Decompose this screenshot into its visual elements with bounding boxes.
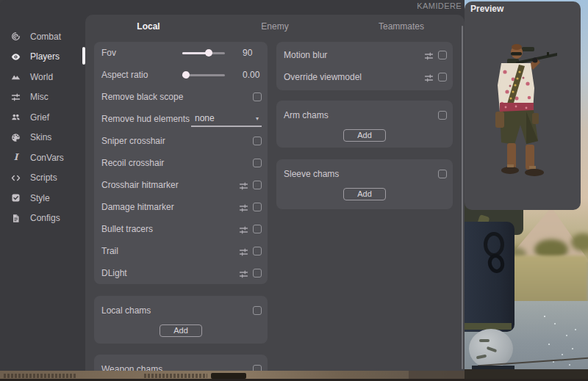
sidebar-item-label: Misc — [30, 92, 49, 102]
motion-blur-checkbox[interactable] — [438, 51, 447, 59]
sidebar-item-scripts[interactable]: Scripts — [0, 168, 85, 189]
blurry-text-smudge — [144, 374, 207, 378]
arm-chams-add-button[interactable]: Add — [343, 129, 386, 142]
scrollbar[interactable] — [462, 26, 463, 369]
weapon-chams-label: Weapon chams — [101, 364, 253, 371]
sidebar: Combat Players World Misc Grief Skins — [0, 26, 85, 228]
trail-checkbox[interactable] — [253, 247, 262, 255]
aspect-ratio-slider-knob[interactable] — [182, 71, 190, 79]
italic-i-icon: I — [11, 153, 21, 162]
setting-label: Crosshair hitmarker — [101, 180, 239, 190]
group-icon — [11, 112, 21, 122]
setting-row-override-viewmodel: Override viewmodel — [276, 66, 453, 88]
sidebar-item-players[interactable]: Players — [0, 47, 85, 68]
brand-name: KAMIDERE — [417, 1, 462, 10]
recoil-crosshair-checkbox[interactable] — [253, 159, 262, 167]
override-viewmodel-checkbox[interactable] — [438, 73, 447, 81]
viewmodel-card: Motion blur Override viewmodel — [276, 42, 453, 90]
dlight-checkbox[interactable] — [253, 269, 262, 277]
code-icon — [11, 173, 21, 183]
setting-row-remove-black-scope: Remove black scope — [94, 86, 268, 108]
sidebar-item-label: Skins — [30, 132, 51, 142]
sidebar-item-convars[interactable]: I ConVars — [0, 148, 85, 168]
setting-row-motion-blur: Motion blur — [276, 44, 453, 66]
sidebar-item-label: Style — [30, 193, 50, 203]
setting-row-remove-hud-elements: Remove hud elements none ▾ — [94, 108, 268, 130]
local-chams-card: Local chams Add — [94, 296, 268, 344]
remove-hud-elements-dropdown[interactable]: none ▾ — [191, 112, 262, 127]
sleeve-chams-checkbox[interactable] — [438, 170, 447, 178]
setting-label: Aspect ratio — [101, 70, 182, 80]
palette-icon — [11, 133, 21, 142]
fov-value: 90 — [234, 48, 262, 58]
setting-label: Bullet tracers — [101, 224, 239, 234]
arm-chams-checkbox[interactable] — [438, 111, 447, 120]
sidebar-item-label: Combat — [30, 32, 61, 42]
preview-panel: Preview — [465, 1, 581, 210]
sidebar-item-misc[interactable]: Misc — [0, 87, 85, 108]
setting-label: Recoil crosshair — [101, 158, 253, 168]
remove-black-scope-checkbox[interactable] — [253, 92, 262, 101]
tab-bar: Local Enemy Teammates — [85, 15, 465, 38]
bullet-tracers-checkbox[interactable] — [253, 225, 262, 233]
setting-label: Sniper crosshair — [101, 136, 253, 146]
damage-hitmarker-checkbox[interactable] — [253, 203, 262, 211]
fov-slider[interactable] — [182, 49, 225, 57]
preview-title: Preview — [470, 4, 503, 14]
aspect-ratio-slider[interactable] — [182, 71, 225, 79]
sidebar-item-label: World — [30, 72, 53, 82]
local-chams-label: Local chams — [101, 305, 253, 316]
tab-enemy[interactable]: Enemy — [212, 21, 338, 32]
chevron-down-icon: ▾ — [256, 115, 259, 122]
sniper-crosshair-checkbox[interactable] — [253, 137, 262, 145]
fov-slider-knob[interactable] — [205, 49, 212, 57]
content-panel: Local Enemy Teammates Fov 90 Aspect r — [85, 15, 465, 371]
setting-row-sniper-crosshair: Sniper crosshair — [94, 130, 268, 152]
tab-local[interactable]: Local — [85, 21, 212, 32]
setting-row-dlight: DLight — [94, 262, 268, 284]
setting-label: Remove black scope — [101, 92, 253, 102]
carabiner-ring — [484, 232, 504, 257]
setting-label: Fov — [101, 48, 182, 58]
setting-row-bullet-tracers: Bullet tracers — [94, 218, 268, 240]
dropdown-value: none — [195, 113, 256, 123]
settings-tune-icon[interactable] — [239, 269, 248, 278]
crosshair-hitmarker-checkbox[interactable] — [253, 181, 262, 189]
sleeve-chams-add-button[interactable]: Add — [343, 188, 386, 200]
setting-label: Remove hud elements — [101, 114, 191, 124]
character-model-preview — [465, 1, 581, 210]
blurry-text-smudge — [4, 374, 77, 378]
file-icon — [11, 214, 21, 223]
settings-tune-icon[interactable] — [239, 225, 248, 234]
setting-label: DLight — [101, 268, 239, 278]
setting-row-damage-hitmarker: Damage hitmarker — [94, 196, 268, 218]
settings-tune-icon[interactable] — [424, 51, 434, 60]
sidebar-item-world[interactable]: World — [0, 67, 85, 87]
local-chams-checkbox[interactable] — [253, 306, 262, 315]
mountains-icon — [11, 72, 21, 81]
settings-tune-icon[interactable] — [239, 181, 248, 190]
setting-row-fov: Fov 90 — [94, 42, 268, 64]
setting-row-aspect-ratio: Aspect ratio 0.00 — [94, 64, 268, 86]
tab-teammates[interactable]: Teammates — [338, 21, 465, 32]
sidebar-item-configs[interactable]: Configs — [0, 208, 85, 229]
visual-settings-card: Fov 90 Aspect ratio 0.00 Remove black sc… — [94, 42, 268, 284]
aspect-ratio-value: 0.00 — [234, 70, 262, 80]
local-chams-add-button[interactable]: Add — [159, 324, 202, 337]
settings-tune-icon[interactable] — [424, 73, 434, 82]
weapon-chams-checkbox[interactable] — [253, 365, 262, 371]
sidebar-item-style[interactable]: Style — [0, 188, 85, 208]
sidebar-item-combat[interactable]: Combat — [0, 26, 85, 47]
sidebar-item-skins[interactable]: Skins — [0, 128, 85, 148]
sidebar-item-label: ConVars — [30, 153, 64, 163]
menu-window: KAMIDERE Combat Players World Misc Grief — [0, 0, 465, 371]
sleeve-chams-label: Sleeve chams — [284, 169, 438, 179]
setting-label: Motion blur — [284, 50, 424, 60]
combat-spiral-icon — [11, 32, 21, 41]
settings-tune-icon[interactable] — [239, 247, 248, 256]
sidebar-item-label: Players — [30, 51, 60, 62]
dropped-weapon — [211, 373, 246, 379]
settings-tune-icon[interactable] — [239, 203, 248, 212]
sidebar-item-label: Grief — [30, 112, 49, 123]
sidebar-item-grief[interactable]: Grief — [0, 107, 85, 128]
